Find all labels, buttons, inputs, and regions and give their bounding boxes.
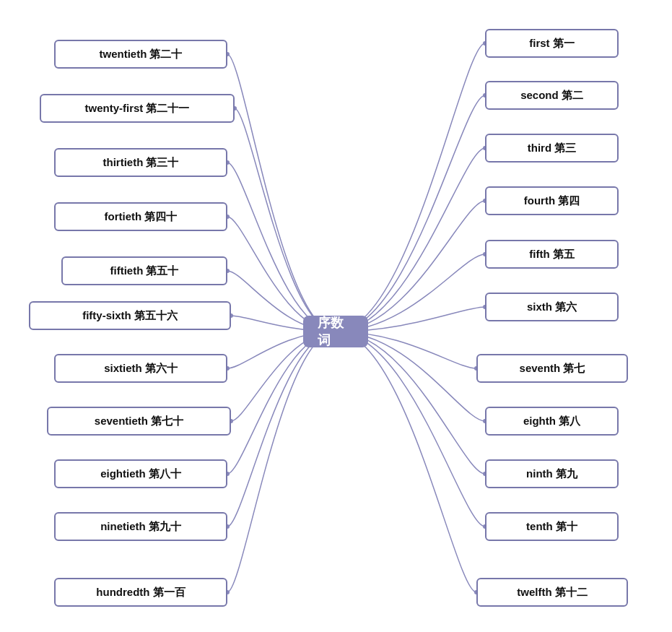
right-node-seventh: seventh 第七 [476,354,628,383]
left-node-fortieth: fortieth 第四十 [54,202,227,231]
right-node-twelfth: twelfth 第十二 [476,578,628,607]
left-node-eightieth: eightieth 第八十 [54,459,227,488]
left-node-fifty-sixth: fifty-sixth 第五十六 [29,301,231,330]
right-node-eighth: eighth 第八 [485,407,619,436]
left-node-sixtieth: sixtieth 第六十 [54,354,227,383]
right-node-second: second 第二 [485,81,619,110]
left-node-seventieth: seventieth 第七十 [47,407,231,436]
left-node-twenty-first: twenty-first 第二十一 [40,94,235,123]
right-node-fourth: fourth 第四 [485,186,619,215]
left-node-fiftieth: fiftieth 第五十 [61,256,227,285]
center-label: 序数词 [318,314,354,349]
left-node-ninetieth: ninetieth 第九十 [54,512,227,541]
right-node-third: third 第三 [485,134,619,163]
right-node-tenth: tenth 第十 [485,512,619,541]
left-node-twentieth: twentieth 第二十 [54,40,227,69]
left-node-hundredth: hundredth 第一百 [54,578,227,607]
right-node-sixth: sixth 第六 [485,293,619,321]
right-node-fifth: fifth 第五 [485,240,619,269]
right-node-ninth: ninth 第九 [485,459,619,488]
center-node: 序数词 [303,316,368,347]
right-node-first: first 第一 [485,29,619,58]
left-node-thirtieth: thirtieth 第三十 [54,148,227,177]
